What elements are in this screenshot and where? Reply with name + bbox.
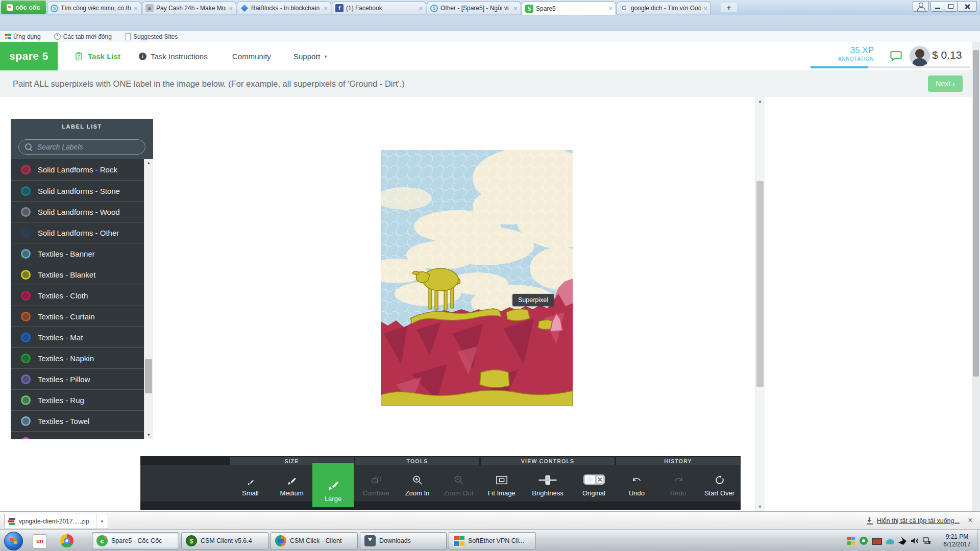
scroll-down-icon[interactable]: ▼ xyxy=(144,431,153,439)
label-item-rock[interactable]: Solid Landforms - Rock xyxy=(11,159,153,180)
tab-close-icon[interactable]: × xyxy=(134,5,138,12)
label-item-stone[interactable]: Solid Landforms - Stone xyxy=(11,180,153,201)
original-toggle-button[interactable]: Original xyxy=(573,465,615,502)
zoom-out-button[interactable]: Zoom Out xyxy=(438,465,479,502)
tab-close-icon[interactable]: × xyxy=(419,5,423,12)
restore-button[interactable] xyxy=(944,1,958,12)
tab-close-icon[interactable]: × xyxy=(513,5,518,12)
tray-app-icon[interactable] xyxy=(847,537,855,545)
minimize-button[interactable] xyxy=(930,1,944,12)
show-desktop-button[interactable] xyxy=(977,530,980,551)
nav-community[interactable]: Community xyxy=(232,42,271,70)
tab-google-dich[interactable]: G google dịch - Tìm với Goo × xyxy=(617,2,711,14)
redo-button[interactable]: Redo xyxy=(657,465,699,502)
button-label: Start Over xyxy=(704,489,734,497)
tab-facebook[interactable]: f (1) Facebook × xyxy=(332,2,426,14)
label-item-banner[interactable]: Textiles - Banner xyxy=(11,243,153,264)
tab-other-spare5[interactable]: S Other - [Spare5] - Ngồi vi × xyxy=(427,2,521,14)
taskbar-app-spare5[interactable]: c Spare5 - Cốc Cốc xyxy=(92,532,179,549)
bookmark-suggested-sites[interactable]: Suggested Sites xyxy=(125,33,178,40)
chat-bubble-icon[interactable] xyxy=(889,49,903,63)
taskbar-app-csm-client[interactable]: $ CSM Client v5.6.4 xyxy=(181,532,268,549)
tray-network-icon[interactable] xyxy=(923,537,931,545)
combine-button[interactable]: Combine xyxy=(355,465,397,502)
start-button[interactable] xyxy=(4,532,23,550)
tab-close-icon[interactable]: × xyxy=(608,5,612,12)
label-item-landforms-other[interactable]: Solid Landforms - Other xyxy=(11,222,153,243)
new-tab-button[interactable]: + xyxy=(721,3,737,12)
unikey-icon[interactable]: un xyxy=(33,534,47,548)
taskbar-clock[interactable]: 9:21 PM 6/12/2017 xyxy=(937,530,977,551)
start-over-button[interactable]: Start Over xyxy=(699,465,740,502)
brightness-slider[interactable]: Brightness xyxy=(522,465,573,502)
content-scrollbar[interactable]: ▲ ▼ xyxy=(755,97,765,511)
zoom-in-button[interactable]: Zoom In xyxy=(397,465,438,502)
profile-button[interactable] xyxy=(913,1,929,12)
scroll-up-icon[interactable]: ▲ xyxy=(144,159,153,167)
tab-tim-cong-viec[interactable]: S Tìm công việc mmo, có th × xyxy=(47,2,141,14)
fit-image-button[interactable]: Fit Image xyxy=(481,465,522,502)
label-item-textiles-other[interactable]: Textiles - Other xyxy=(11,431,153,439)
bookmark-apps[interactable]: Ứng dụng xyxy=(5,33,41,40)
avatar[interactable] xyxy=(910,46,930,66)
downloaded-file-chip[interactable]: vpngate-client-2017.....zip ▾ xyxy=(4,514,108,529)
nav-task-list[interactable]: Task List xyxy=(74,42,120,70)
tab-pay-cash[interactable]: ≡ Pay Cash 24h - Make Mor × xyxy=(142,2,236,14)
scrollbar-thumb[interactable] xyxy=(145,359,152,393)
label-item-curtain[interactable]: Textiles - Curtain xyxy=(11,306,153,327)
chrome-icon[interactable] xyxy=(60,534,74,547)
label-item-blanket[interactable]: Textiles - Blanket xyxy=(11,264,153,285)
browser-scrollbar[interactable] xyxy=(972,42,980,511)
tray-xbox-icon[interactable] xyxy=(860,537,868,545)
brush-small-button[interactable]: Small xyxy=(230,465,271,502)
windows-flag-icon xyxy=(10,537,17,545)
taskbar-app-softether[interactable]: SoftEther VPN Cli... xyxy=(449,532,536,549)
label-search-box[interactable] xyxy=(18,139,145,155)
label-item-cloth[interactable]: Textiles - Cloth xyxy=(11,285,153,306)
coccoc-menu-button[interactable]: cốc cốc xyxy=(1,1,46,14)
label-list-scrollbar[interactable]: ▲ ▼ xyxy=(144,159,153,439)
show-all-downloads-link[interactable]: Hiển thị tất cả tệp tải xuống... xyxy=(867,512,960,530)
nav-support[interactable]: Support ▾ xyxy=(293,42,327,70)
undo-icon xyxy=(631,474,643,486)
tab-close-icon[interactable]: × xyxy=(324,5,328,12)
scrollbar-thumb[interactable] xyxy=(973,50,979,377)
close-window-button[interactable] xyxy=(957,1,977,12)
bookmark-recently-closed[interactable]: Các tab mới đóng xyxy=(54,33,112,40)
annotation-canvas[interactable]: Superpixel xyxy=(381,150,573,406)
search-input[interactable] xyxy=(36,142,139,152)
undo-button[interactable]: Undo xyxy=(616,465,657,502)
tray-monitor-icon[interactable] xyxy=(872,538,882,545)
label-item-wood[interactable]: Solid Landforms - Wood xyxy=(11,201,153,222)
nav-task-instructions[interactable]: i Task Instructions xyxy=(139,42,208,70)
tab-close-icon[interactable]: × xyxy=(703,5,707,12)
winrar-icon xyxy=(8,517,15,525)
label-item-napkin[interactable]: Textiles - Napkin xyxy=(11,347,153,368)
tray-volume-icon[interactable] xyxy=(911,537,919,545)
taskbar-app-downloads[interactable]: Downloads xyxy=(360,532,447,549)
label-item-pillow[interactable]: Textiles - Pillow xyxy=(11,368,153,389)
next-button[interactable]: Next › xyxy=(928,76,963,92)
label-item-rug[interactable]: Textiles - Rug xyxy=(11,389,153,410)
chevron-down-icon[interactable]: ▾ xyxy=(96,514,108,529)
scrollbar-thumb[interactable] xyxy=(756,181,764,387)
label-item-towel[interactable]: Textiles - Towel xyxy=(11,410,153,431)
tray-cloud-icon[interactable] xyxy=(886,539,894,544)
google-favicon: G xyxy=(620,4,628,12)
person-icon xyxy=(919,3,923,7)
label-name: Textiles - Banner xyxy=(38,249,95,258)
tray-vpn-icon[interactable] xyxy=(898,537,906,545)
close-download-bar-icon[interactable]: × xyxy=(965,515,976,526)
balance[interactable]: $ 0.13 xyxy=(932,49,962,61)
tab-spare5-active[interactable]: 5 Spare5 × xyxy=(522,2,616,15)
brush-medium-button[interactable]: Medium xyxy=(271,465,312,502)
label-item-mat[interactable]: Textiles - Mat xyxy=(11,327,153,347)
scroll-up-icon[interactable]: ▲ xyxy=(755,97,765,106)
tab-close-icon[interactable]: × xyxy=(229,5,233,12)
scroll-down-icon[interactable]: ▼ xyxy=(755,503,765,511)
spare5-logo[interactable]: spare 5 xyxy=(0,42,58,70)
spare5-header: spare 5 Task List i Task Instructions Co… xyxy=(0,42,980,71)
taskbar-app-csm-click[interactable]: CSM Click - Client xyxy=(271,532,358,549)
tab-raiblocks[interactable]: RaiBlocks - In blockchain × xyxy=(237,2,331,14)
brush-large-button[interactable]: Large xyxy=(312,463,354,507)
